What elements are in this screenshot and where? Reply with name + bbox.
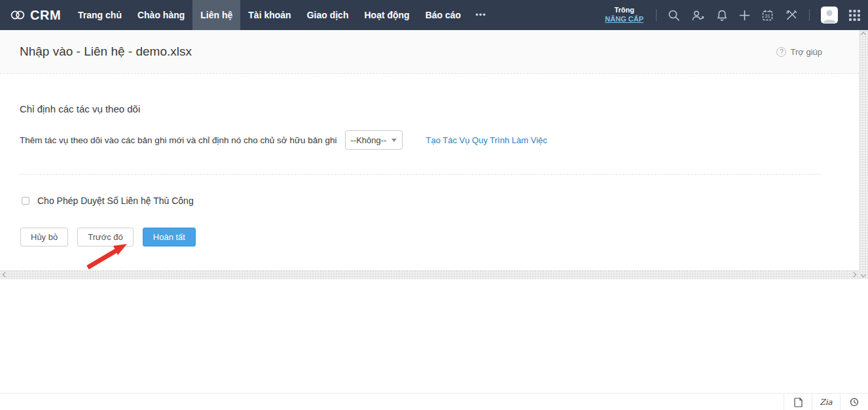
page-header: Nhập vào - Liên hệ - demo.xlsx ? Trợ giú… [0,30,859,74]
scroll-right-icon[interactable] [851,272,856,277]
calendar-day-number: 31 [765,13,770,19]
nav-item-chao-hang[interactable]: Chào hàng [130,0,192,30]
user-avatar[interactable] [821,7,838,24]
nav-item-hoat-dong[interactable]: Hoạt động [356,0,417,30]
main-menu: Trang chủ Chào hàng Liên hệ Tài khoản Gi… [70,0,493,30]
assign-task-label: Thêm tác vụ theo dõi vào các bản ghi mới… [20,135,337,145]
apps-grid-icon[interactable] [849,10,860,21]
annotation-arrow [82,238,136,271]
bottom-bar: Zia [0,393,868,410]
workflow-task-dropdown[interactable]: --Không-- [345,130,403,150]
dropdown-selected-value: --Không-- [351,135,391,145]
horizontal-scrollbar[interactable] [0,270,859,279]
scroll-up-icon[interactable] [861,32,866,37]
create-workflow-task-link[interactable]: Tạo Tác Vụ Quy Trình Làm Việc [426,135,547,145]
scroll-left-icon[interactable] [3,272,8,277]
nav-more-button[interactable]: ••• [469,0,493,30]
notes-clipboard-icon[interactable] [784,394,812,410]
page-title: Nhập vào - Liên hệ - demo.xlsx [20,44,192,59]
zoho-infinity-icon [9,7,26,24]
history-icon[interactable] [840,394,868,410]
notification-bell-icon[interactable] [716,9,728,22]
search-icon[interactable] [668,9,680,22]
calendar-icon[interactable]: 31 [761,9,774,22]
help-label: Trợ giúp [790,47,822,57]
manual-approval-checkbox[interactable] [22,197,29,205]
zia-label: Zia [820,398,832,407]
bottom-right-tools: Zia [784,394,868,410]
vertical-scrollbar[interactable] [859,30,868,279]
user-signals-icon[interactable] [691,9,705,22]
nav-item-bao-cao[interactable]: Báo cáo [418,0,469,30]
nav-right-tools: Trông NÂNG CẤP [605,6,860,24]
section-divider [20,174,820,175]
assign-task-row: Thêm tác vụ theo dõi vào các bản ghi mới… [20,130,547,150]
cancel-button[interactable]: Hủy bỏ [20,228,68,247]
upgrade-link[interactable]: NÂNG CẤP [605,15,643,24]
nav-item-trang-chu[interactable]: Trang chủ [70,0,130,30]
top-navigation-bar: CRM Trang chủ Chào hàng Liên hệ Tài khoả… [0,0,868,30]
manual-approval-label: Cho Phép Duyệt Số Liên hệ Thủ Công [37,196,194,206]
finish-button[interactable]: Hoàn tất [143,228,196,247]
chevron-down-icon [391,139,397,142]
nav-separator [809,9,810,21]
help-button[interactable]: ? Trợ giúp [776,47,822,57]
section-heading: Chỉ định các tác vụ theo dõi [20,103,140,114]
zia-icon[interactable]: Zia [812,394,840,410]
brand-name: CRM [30,8,61,23]
nav-item-giao-dich[interactable]: Giao dịch [299,0,357,30]
settings-tools-icon[interactable] [785,9,798,22]
nav-separator [656,9,657,21]
crm-logo[interactable]: CRM [9,7,61,24]
add-plus-icon[interactable] [739,10,750,21]
nav-item-tai-khoan[interactable]: Tài khoản [240,0,298,30]
manual-approval-row: Cho Phép Duyệt Số Liên hệ Thủ Công [22,196,194,206]
trial-label: Trông [605,6,643,15]
scroll-down-icon[interactable] [861,272,866,277]
question-circle-icon: ? [776,47,786,57]
trial-upgrade-block: Trông NÂNG CẤP [605,6,643,24]
nav-item-lien-he[interactable]: Liên hệ [192,0,240,30]
